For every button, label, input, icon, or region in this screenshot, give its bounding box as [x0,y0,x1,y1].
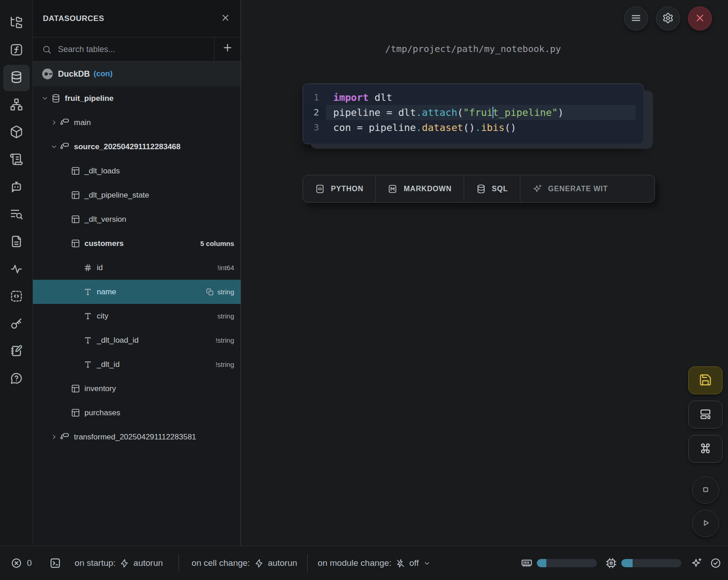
add-datasource-button[interactable] [214,37,241,61]
cpu-usage-bar [621,559,681,567]
save-icon [699,373,712,388]
rail-item-notebook[interactable] [3,339,30,365]
tree-right-label: !string [215,336,234,344]
schema-icon [60,118,70,127]
rail-item-scratchpad[interactable] [3,147,30,173]
rail-item-snippets[interactable] [3,284,30,310]
tree-row-customers[interactable]: customers5 columns [33,231,241,256]
engine-row-duckdb[interactable]: DuckDB (con) [33,62,241,86]
search-row [33,37,241,62]
panel-title: DATASOURCES [43,14,104,23]
rail-item-packages[interactable] [3,120,30,146]
add-python-cell-label: PYTHON [331,185,363,193]
activity-icon [10,262,23,277]
rail-item-file-tree[interactable] [3,10,30,37]
keyboard-shortcuts-button[interactable] [688,435,723,463]
tree-label: _dlt_pipeline_state [84,191,149,200]
save-button[interactable] [688,366,723,394]
tree-row-inventory[interactable]: inventory [33,376,241,401]
rail-item-help[interactable] [3,366,30,392]
chevron-down-icon [50,143,60,151]
action-stack [688,366,723,537]
tree-label: inventory [84,384,116,393]
shutdown-button[interactable] [688,6,712,31]
rail-item-datasources[interactable] [3,65,30,91]
table-icon [71,408,80,418]
code-line-3[interactable]: 3con = pipeline.dataset().ibis() [303,120,643,135]
error-count[interactable]: 0 [10,557,32,569]
rail-item-logs[interactable] [3,202,30,228]
add-sql-cell-button[interactable]: SQL [464,175,520,202]
engine-connection: (con) [94,69,113,78]
code-square-icon [315,184,325,194]
rail-item-functions[interactable] [3,37,30,64]
markdown-icon [388,184,398,194]
settings-button[interactable] [656,6,680,31]
code-line-1[interactable]: 1import dlt [303,90,643,105]
close-icon [694,12,706,25]
layout-button[interactable] [688,401,723,428]
add-sql-cell-label: SQL [492,185,508,193]
rail-item-secrets[interactable] [3,311,30,338]
divider [307,554,308,572]
on-startup-label: on startup: [75,558,116,568]
status-bar: 0 on startup: autorun on cell change: au… [0,546,728,580]
tree-right-label: string [217,312,234,320]
add-python-cell-button[interactable]: PYTHON [303,175,376,202]
rail-item-documentation[interactable] [3,229,30,256]
schema-icon [60,432,70,442]
tree-label: name [97,287,116,297]
tree-row-purchases[interactable]: purchases [33,401,241,425]
add-markdown-cell-label: MARKDOWN [403,185,451,193]
on-startup-value: autorun [133,558,162,568]
chevron-right-icon [50,433,60,441]
tree-row-main[interactable]: main [33,110,241,135]
command-icon [699,442,712,456]
tree-row-transformed_202504291112283581[interactable]: transformed_202504291112283581 [33,425,241,449]
run-button[interactable] [692,510,719,537]
tree-row-_dlt_id[interactable]: _dlt_id!string [33,352,241,376]
tree-row-name[interactable]: namestring [33,280,241,304]
terminal-button[interactable] [49,557,61,569]
tree-row-id[interactable]: id!int64 [33,256,241,280]
code-editor[interactable]: 1import dlt2pipeline = dlt.attach("fruit… [303,90,643,135]
close-panel-button[interactable] [220,13,230,24]
datasource-tree: fruit_pipelinemainsource_202504291112283… [33,86,241,449]
on-startup-setting[interactable]: on startup: autorun [75,558,163,568]
database-icon [51,94,61,103]
tree-label: main [74,118,91,127]
tree-row-source_202504291112283468[interactable]: source_202504291112283468 [33,135,241,159]
ai-assistant-button[interactable] [691,557,702,569]
on-module-change-setting[interactable]: on module change: off [318,558,430,568]
menu-button[interactable] [624,6,648,31]
menu-icon [630,12,642,25]
copy-icon[interactable] [206,288,214,296]
message-question-icon [10,371,23,387]
on-cell-change-value: autorun [268,558,297,568]
tree-row-_dlt_pipeline_state[interactable]: _dlt_pipeline_state [33,183,241,207]
tree-label: _dlt_version [84,215,126,224]
cpu-icon [605,557,617,569]
code-line-2[interactable]: 2pipeline = dlt.attach("fruit_pipeline") [303,105,643,120]
line-number: 1 [303,90,326,105]
generate-with-ai-button[interactable]: GENERATE WIT [520,175,614,202]
tree-row-fruit_pipeline[interactable]: fruit_pipeline [33,86,241,110]
close-icon [220,13,230,24]
stop-icon [700,484,712,497]
connection-status-button[interactable] [710,557,722,569]
tree-row-_dlt_version[interactable]: _dlt_version [33,207,241,231]
on-cell-change-setting[interactable]: on cell change: autorun [192,558,297,568]
table-icon [71,384,80,393]
tree-row-city[interactable]: citystring [33,304,241,328]
tree-row-_dlt_loads[interactable]: _dlt_loads [33,159,241,183]
search-tables-input[interactable] [58,45,214,54]
code-cell[interactable]: 1import dlt2pipeline = dlt.attach("fruit… [303,84,644,144]
tree-row-_dlt_load_id[interactable]: _dlt_load_id!string [33,328,241,352]
rail-item-chat[interactable] [3,174,30,201]
rail-item-tracing[interactable] [3,256,30,283]
rail-item-dependencies[interactable] [3,92,30,119]
ram-icon [521,557,533,569]
stop-button[interactable] [692,476,719,504]
add-markdown-cell-button[interactable]: MARKDOWN [376,175,464,202]
circle-check-icon [710,557,722,569]
